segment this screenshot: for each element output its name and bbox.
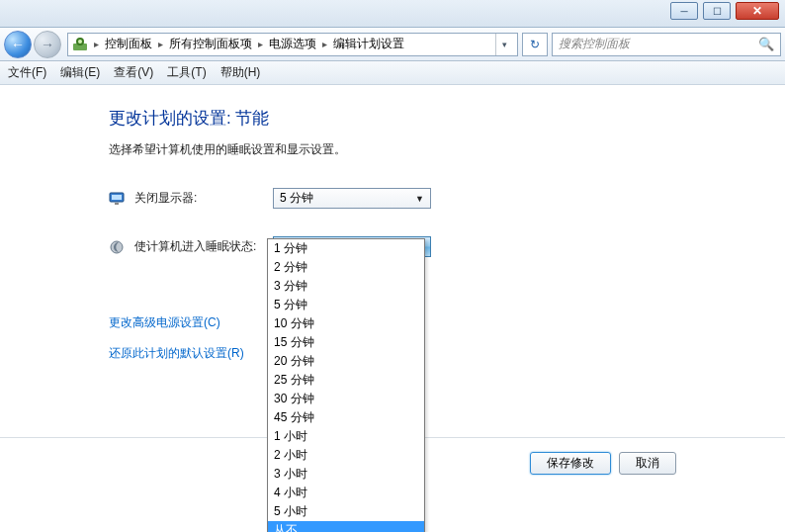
close-button[interactable]: ✕ bbox=[736, 2, 779, 20]
dropdown-option[interactable]: 5 分钟 bbox=[268, 296, 424, 314]
setting-row-display: 关闭显示器: 5 分钟 ▼ bbox=[109, 188, 785, 209]
dropdown-option[interactable]: 2 分钟 bbox=[268, 258, 424, 277]
cancel-button[interactable]: 取消 bbox=[619, 452, 676, 475]
breadcrumb-item[interactable]: 电源选项 bbox=[269, 36, 316, 52]
address-dropdown-button[interactable]: ▾ bbox=[495, 34, 513, 55]
link-advanced-settings[interactable]: 更改高级电源设置(C) bbox=[109, 314, 785, 331]
monitor-icon bbox=[109, 191, 125, 207]
display-off-value: 5 分钟 bbox=[280, 190, 313, 207]
dropdown-option[interactable]: 1 小时 bbox=[268, 427, 424, 446]
dropdown-option[interactable]: 30 分钟 bbox=[268, 390, 424, 408]
save-button[interactable]: 保存修改 bbox=[530, 452, 611, 475]
dropdown-option[interactable]: 2 小时 bbox=[268, 446, 424, 465]
menu-view[interactable]: 查看(V) bbox=[114, 64, 153, 81]
chevron-right-icon: ▸ bbox=[322, 39, 327, 49]
chevron-right-icon: ▸ bbox=[258, 39, 263, 49]
forward-button[interactable]: → bbox=[34, 31, 61, 58]
breadcrumb-item[interactable]: 所有控制面板项 bbox=[169, 36, 252, 52]
link-restore-defaults[interactable]: 还原此计划的默认设置(R) bbox=[109, 345, 785, 362]
search-icon[interactable]: 🔍 bbox=[758, 37, 774, 51]
dropdown-option[interactable]: 3 分钟 bbox=[268, 277, 424, 296]
minimize-button[interactable]: ─ bbox=[670, 2, 698, 20]
menu-tools[interactable]: 工具(T) bbox=[167, 64, 206, 81]
moon-icon bbox=[109, 239, 125, 255]
back-button[interactable]: ← bbox=[4, 31, 32, 58]
search-placeholder: 搜索控制面板 bbox=[559, 36, 630, 52]
svg-rect-5 bbox=[115, 203, 119, 205]
refresh-button[interactable]: ↻ bbox=[522, 33, 548, 56]
dropdown-option[interactable]: 10 分钟 bbox=[268, 314, 424, 333]
menu-bar: 文件(F) 编辑(E) 查看(V) 工具(T) 帮助(H) bbox=[0, 61, 785, 85]
dropdown-option[interactable]: 1 分钟 bbox=[268, 239, 424, 258]
dropdown-option[interactable]: 20 分钟 bbox=[268, 352, 424, 371]
navigation-bar: ← → ▸ 控制面板 ▸ 所有控制面板项 ▸ 电源选项 ▸ 编辑计划设置 ▾ ↻… bbox=[0, 28, 785, 61]
window-controls: ─ ☐ ✕ bbox=[670, 2, 779, 20]
chevron-down-icon: ▼ bbox=[415, 194, 424, 204]
dropdown-option[interactable]: 15 分钟 bbox=[268, 333, 424, 352]
menu-file[interactable]: 文件(F) bbox=[8, 64, 46, 81]
menu-help[interactable]: 帮助(H) bbox=[220, 64, 261, 81]
search-input[interactable]: 搜索控制面板 🔍 bbox=[552, 33, 781, 56]
setting-row-sleep: 使计算机进入睡眠状态: 15 分钟 ▼ bbox=[109, 236, 785, 257]
dropdown-option[interactable]: 5 小时 bbox=[268, 502, 424, 521]
menu-edit[interactable]: 编辑(E) bbox=[60, 64, 100, 81]
maximize-button[interactable]: ☐ bbox=[703, 2, 731, 20]
control-panel-icon bbox=[72, 37, 88, 52]
sleep-dropdown-list[interactable]: 1 分钟2 分钟3 分钟5 分钟10 分钟15 分钟20 分钟25 分钟30 分… bbox=[267, 238, 425, 532]
svg-point-2 bbox=[78, 40, 82, 44]
dropdown-option[interactable]: 4 小时 bbox=[268, 484, 424, 502]
display-off-dropdown[interactable]: 5 分钟 ▼ bbox=[273, 188, 431, 209]
page-title: 更改计划的设置: 节能 bbox=[109, 107, 785, 130]
dropdown-option[interactable]: 25 分钟 bbox=[268, 371, 424, 390]
dropdown-option[interactable]: 45 分钟 bbox=[268, 408, 424, 427]
address-breadcrumb[interactable]: ▸ 控制面板 ▸ 所有控制面板项 ▸ 电源选项 ▸ 编辑计划设置 ▾ bbox=[67, 33, 518, 56]
chevron-right-icon: ▸ bbox=[94, 39, 99, 49]
setting-label-display: 关闭显示器: bbox=[134, 190, 273, 207]
setting-label-sleep: 使计算机进入睡眠状态: bbox=[134, 238, 273, 255]
breadcrumb-item[interactable]: 控制面板 bbox=[105, 36, 152, 52]
page-description: 选择希望计算机使用的睡眠设置和显示设置。 bbox=[109, 141, 785, 158]
svg-rect-4 bbox=[112, 195, 122, 200]
window-titlebar: ─ ☐ ✕ bbox=[0, 0, 785, 28]
dropdown-option[interactable]: 3 小时 bbox=[268, 465, 424, 484]
dropdown-option[interactable]: 从不 bbox=[268, 521, 424, 532]
chevron-right-icon: ▸ bbox=[158, 39, 163, 49]
breadcrumb-item[interactable]: 编辑计划设置 bbox=[333, 36, 404, 52]
